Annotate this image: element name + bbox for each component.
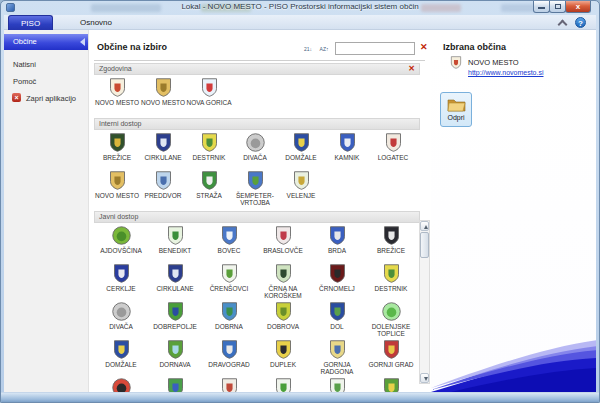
municipality-grid-zgodovina: NOVO MESTONOVO MESTONOVA GORICA — [94, 77, 420, 115]
municipality-item[interactable]: BOVEC — [202, 225, 256, 263]
section-header-interni-dostop[interactable]: Interni dostop — [94, 118, 420, 130]
municipality-label: KAMNIK — [335, 154, 360, 161]
sidebar-item-zapri-aplikacijo[interactable]: × Zapri aplikacijo — [4, 94, 88, 103]
municipality-item[interactable]: DRAVOGRAD — [202, 339, 256, 377]
municipality-label: LOGATEC — [378, 154, 409, 161]
municipality-item[interactable]: KAMNIK — [324, 132, 370, 170]
municipality-label: ČRNOMELJ — [319, 285, 355, 292]
municipality-item[interactable]: DESTRNIK — [364, 263, 418, 301]
sidebar-item-obcine[interactable]: Občine — [4, 34, 88, 50]
municipality-crest-icon — [273, 339, 294, 360]
municipality-label: DUPLEK — [270, 361, 296, 368]
open-button-label: Odpri — [447, 114, 464, 121]
municipality-item[interactable]: DOBRNA — [202, 301, 256, 339]
municipality-item[interactable]: HAJDINA — [148, 377, 202, 392]
municipality-item[interactable]: AJDOVŠČINA — [94, 225, 148, 263]
sort-ascending-icon[interactable]: AZ↑ — [317, 43, 331, 55]
scrollbar-thumb[interactable] — [420, 232, 429, 258]
search-input[interactable] — [335, 42, 415, 55]
municipality-crest-icon — [245, 170, 266, 191]
municipality-item[interactable]: BRDA — [310, 225, 364, 263]
municipality-item[interactable]: BRASLOVČE — [256, 225, 310, 263]
close-icon: x — [566, 1, 590, 12]
municipality-item[interactable]: STRAŽA — [186, 170, 232, 208]
tab-piso[interactable]: PISO — [8, 15, 53, 30]
scroll-up-icon[interactable] — [420, 221, 429, 231]
municipality-item[interactable]: DOMŽALE — [278, 132, 324, 170]
municipality-item[interactable]: ČRNA NA KOROŠKEM — [256, 263, 310, 301]
municipality-item[interactable]: BREŽICE — [364, 225, 418, 263]
municipality-crest-icon — [327, 263, 348, 284]
municipality-item[interactable]: ŠEMPETER-VRTOJBA — [232, 170, 278, 208]
municipality-item[interactable]: DUPLEK — [256, 339, 310, 377]
municipality-item[interactable]: BREŽICE — [94, 132, 140, 170]
collapse-ribbon-icon[interactable] — [558, 20, 566, 25]
municipality-item[interactable]: HRPELJE-KOZINA — [256, 377, 310, 392]
municipality-label: GORNJA RADGONA — [310, 361, 364, 376]
municipality-item[interactable]: VELENJE — [278, 170, 324, 208]
maximize-button[interactable] — [549, 1, 566, 13]
municipality-label: DESTRNIK — [193, 154, 226, 161]
section-header-zgodovina[interactable]: Zgodovina✕ — [94, 63, 420, 75]
municipality-item[interactable]: DIVAČA — [94, 301, 148, 339]
titlebar: Lokal - NOVO MESTO - PISO Prostorski inf… — [1, 1, 599, 15]
municipality-website-link[interactable]: http://www.novomesto.si — [468, 69, 543, 76]
municipality-item[interactable]: CERKLJE — [94, 263, 148, 301]
municipality-crest-icon — [337, 132, 358, 153]
vertical-scrollbar[interactable] — [419, 220, 430, 384]
tab-osnovno[interactable]: Osnovno — [68, 15, 124, 30]
municipality-crest-icon — [273, 301, 294, 322]
help-icon[interactable]: ? — [575, 17, 586, 28]
municipality-item[interactable]: ČRENŠOVCI — [202, 263, 256, 301]
municipality-crest-icon — [107, 77, 128, 98]
municipality-label: CIRKULANE — [156, 285, 193, 292]
municipality-item[interactable]: JURŠINCI — [364, 377, 418, 392]
municipality-crest-icon — [273, 225, 294, 246]
municipality-crest-icon — [199, 170, 220, 191]
municipality-item[interactable]: CIRKULANE — [140, 132, 186, 170]
clear-filter-icon[interactable]: ✕ — [420, 42, 428, 52]
municipality-item[interactable]: DIVAČA — [232, 132, 278, 170]
municipality-item[interactable]: ČRNOMELJ — [310, 263, 364, 301]
municipality-item[interactable]: BENEDIKT — [148, 225, 202, 263]
window-controls: x — [534, 1, 591, 13]
municipality-label: GORNJI GRAD — [368, 361, 413, 368]
municipality-item[interactable]: HRASTNIK — [202, 377, 256, 392]
municipality-label: BREŽICE — [103, 154, 131, 161]
municipality-item[interactable]: DOBROVA — [256, 301, 310, 339]
sort-descending-icon[interactable]: 21↓ — [301, 43, 315, 55]
municipality-item[interactable]: GORNJI GRAD — [364, 339, 418, 377]
sidebar-item-natisni[interactable]: Natisni — [4, 60, 88, 69]
municipality-crest-icon — [245, 132, 266, 153]
municipality-label: VELENJE — [287, 192, 316, 199]
municipality-label: NOVO MESTO — [141, 99, 185, 106]
municipality-item[interactable]: DESTRNIK — [186, 132, 232, 170]
municipality-label: DOMŽALE — [105, 361, 136, 368]
municipality-item[interactable]: NOVA GORICA — [186, 77, 232, 115]
municipality-item[interactable]: LOGATEC — [370, 132, 416, 170]
municipality-item[interactable]: DOL — [310, 301, 364, 339]
minimize-button[interactable] — [533, 1, 550, 13]
scroll-down-icon[interactable] — [420, 373, 429, 383]
municipality-crest-icon — [381, 225, 402, 246]
municipality-item[interactable]: NOVO MESTO — [94, 170, 140, 208]
municipality-grid-javni-dostop: AJDOVŠČINABENEDIKTBOVECBRASLOVČEBRDABREŽ… — [94, 225, 420, 392]
municipality-label: AJDOVŠČINA — [100, 247, 142, 254]
municipality-item[interactable]: GROSUPLJE — [94, 377, 148, 392]
municipality-item[interactable]: PREDDVOR — [140, 170, 186, 208]
municipality-item[interactable]: NOVO MESTO — [140, 77, 186, 115]
municipality-label: NOVO MESTO — [95, 192, 139, 199]
close-button[interactable]: x — [565, 1, 591, 13]
sidebar-item-pomoc[interactable]: Pomoč — [4, 77, 88, 86]
municipality-item[interactable]: DOLENJSKE TOPLICE — [364, 301, 418, 339]
close-section-icon[interactable]: ✕ — [408, 64, 415, 74]
section-header-javni-dostop[interactable]: Javni dostop — [94, 211, 420, 223]
municipality-item[interactable]: CIRKULANE — [148, 263, 202, 301]
municipality-item[interactable]: IG — [310, 377, 364, 392]
open-button[interactable]: Odpri — [440, 92, 472, 127]
municipality-item[interactable]: DOMŽALE — [94, 339, 148, 377]
municipality-item[interactable]: GORNJA RADGONA — [310, 339, 364, 377]
municipality-item[interactable]: NOVO MESTO — [94, 77, 140, 115]
municipality-item[interactable]: DORNAVA — [148, 339, 202, 377]
municipality-item[interactable]: DOBREPOLJE — [148, 301, 202, 339]
